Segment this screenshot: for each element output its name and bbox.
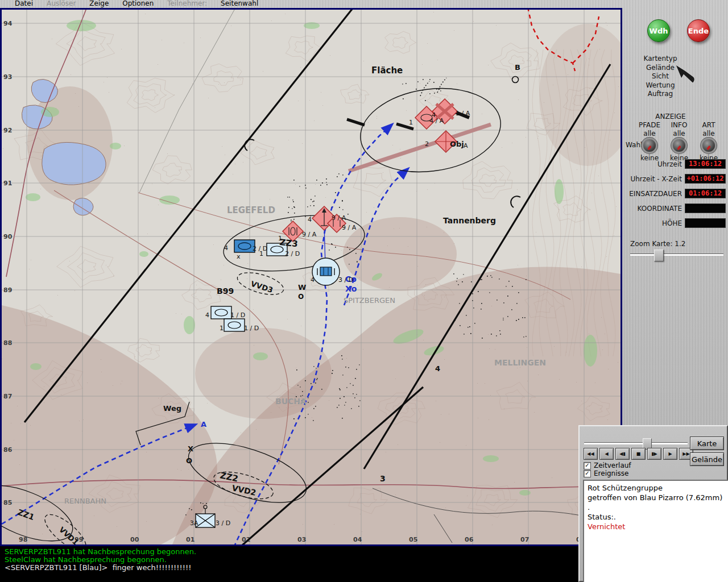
koordinate-label: KOORDINATE [638, 205, 682, 213]
menu-optionen[interactable]: Optionen [122, 0, 154, 8]
map-label-x-point: X [188, 444, 193, 453]
topographic-map[interactable]: 9899000102030405060708949392919089888786… [2, 10, 621, 544]
map-label-d5-left: 4 [308, 216, 312, 223]
zoom-karte-label: Zoom Karte: [630, 240, 672, 248]
map-label-d3-right: A [464, 142, 468, 149]
event-line: Status:. [588, 512, 726, 522]
rewind-button[interactable]: ◀◀ [584, 448, 598, 460]
event-text-box[interactable]: Rot Schützengruppe getroffen von Blau Pi… [583, 480, 728, 582]
grid-row-label: 89 [3, 286, 12, 294]
map-label-flaeche: Fläche [371, 65, 403, 76]
anzeige-col-art-name: ART [694, 121, 723, 129]
einsatzdauer-display: 01:06:12 [685, 189, 726, 198]
grid-col-label: 01 [186, 536, 195, 543]
art-knob[interactable] [702, 139, 715, 152]
play-button[interactable]: ▶ [663, 448, 677, 460]
grid-row-label: 92 [3, 127, 12, 134]
blue-unit-armor-4[interactable] [224, 319, 245, 331]
map-label-d2-right: 1 / A [456, 110, 470, 117]
map-label-d4-left: 1 [278, 235, 282, 242]
zoom-slider-thumb[interactable] [654, 250, 664, 261]
blue-unit-armor-3[interactable] [211, 306, 231, 319]
anzeige-art-alle: alle [694, 130, 723, 138]
map-label-r5-left: 3A [190, 519, 198, 527]
anzeige-title: ANZEIGE [622, 113, 719, 120]
einsatzdauer-label: EINSATZDAUER [629, 190, 682, 198]
map-label-num4: 4 [435, 364, 440, 373]
karte-button[interactable]: Karte [690, 436, 724, 450]
map-label-r2-right: 2 / D [285, 250, 300, 257]
menu-seitenwahl[interactable]: Seitenwahl [221, 0, 258, 8]
play-reverse-button[interactable]: ◀ [599, 448, 614, 460]
grid-row-label: 86 [3, 446, 13, 454]
grid-col-label: 07 [520, 536, 529, 543]
map-label-r1-below: x [237, 253, 241, 260]
timeline-slider-track[interactable] [584, 442, 688, 444]
map-label-hq-left: 4 [311, 276, 315, 284]
blue-unit-hq-circled[interactable] [312, 258, 340, 285]
map-label-hq-right: 3 / D [338, 276, 353, 284]
ereignisse-checkbox[interactable]: ✓ [584, 470, 591, 477]
gelaende-button[interactable]: Gelände [690, 452, 724, 466]
grid-row-label: 87 [3, 393, 12, 400]
kartentyp-title: Kartentyp [629, 55, 692, 64]
blue-unit-armor-selected[interactable] [234, 240, 255, 252]
map-label-xo: Xo [345, 284, 357, 293]
kartentyp-option-auftrag[interactable]: Auftrag [629, 90, 692, 99]
menu-teilnehmer: Teilnehmer: [167, 0, 207, 8]
map-label-b-point: B [515, 63, 520, 72]
pfade-knob[interactable] [643, 139, 656, 152]
chat-line: SteelClaw hat Nachbesprechung begonnen. [0, 556, 578, 564]
map-label-r2-left: 1 [259, 250, 263, 257]
step-back-button[interactable]: ◀▮ [615, 448, 630, 460]
info-knob[interactable] [673, 139, 685, 152]
map-label-legefeld: LEGEFELD [227, 205, 275, 215]
anzeige-col-info-name: INFO [664, 121, 694, 129]
map-label-d6-right: 9 / A [342, 224, 357, 231]
stop-button[interactable]: ■ [631, 448, 646, 460]
grid-col-label: 06 [465, 536, 474, 543]
map-label-r4-right: 1 / D [244, 325, 259, 332]
wdh-button[interactable]: Wdh [647, 19, 670, 42]
map-label-d1-left: 1 [409, 119, 413, 126]
hoehe-display [685, 218, 726, 228]
anzeige-group: ANZEIGE PFADE INFO ART alle alle alle Wa… [622, 113, 728, 162]
x-zeit-label: Uhrzeit - X-Zeit [630, 175, 682, 183]
grid-row-label: 88 [3, 339, 12, 347]
option-checkboxes: ✓ Zeitverlauf ✓ Ereignisse [584, 462, 631, 477]
grid-row-label: 85 [3, 499, 12, 506]
anzeige-pfade-alle: alle [635, 130, 664, 138]
zoom-slider-track[interactable] [630, 253, 723, 256]
map-label-d3-left: 2 [425, 140, 429, 148]
map-label-spitzbergen: SPITZBERGEN [344, 296, 395, 305]
grid-row-label: 93 [3, 73, 12, 81]
map-label-d12-below: 4 / A [429, 117, 444, 124]
event-status: Vernichtet [588, 522, 726, 531]
step-forward-button[interactable]: ▮▶ [647, 448, 661, 460]
anzeige-info-alle: alle [664, 130, 694, 138]
application-window: Datei Auslöser Zeige Optionen Teilnehmer… [0, 0, 728, 582]
menu-zeige[interactable]: Zeige [89, 0, 109, 8]
ende-button[interactable]: Ende [687, 19, 710, 42]
map-label-r3-right: 1 / D [230, 311, 245, 319]
map-label-bucha: BUCHA [275, 397, 307, 406]
grid-col-label: 00 [130, 536, 139, 543]
map-label-w-point: W [298, 283, 306, 292]
map-label-d5-right: 9 / A [332, 214, 346, 222]
grid-col-label: 04 [353, 536, 362, 543]
event-line: Rot Schützengruppe [588, 483, 726, 493]
zeitverlauf-checkbox[interactable]: ✓ [584, 462, 591, 469]
map-label-r1-left: 4 [224, 244, 228, 252]
grid-row-label: 94 [3, 20, 13, 27]
zeitverlauf-label: Zeitverlauf [594, 462, 631, 469]
mouse-cursor-icon [675, 64, 697, 89]
grid-col-label: 05 [409, 536, 417, 543]
zoom-karte-value: 1.2 [675, 240, 685, 248]
x-zeit-display: +01:06:12 [685, 174, 726, 184]
menu-datei[interactable]: Datei [15, 0, 33, 8]
menu-ausloeser: Auslöser [47, 0, 76, 8]
clock-displays: Uhrzeit 13:06:12 Uhrzeit - X-Zeit +01:06… [622, 159, 727, 233]
koordinate-display [685, 203, 726, 213]
map-frame: 9899000102030405060708949392919089888786… [0, 8, 622, 546]
grid-col-label: 03 [297, 536, 306, 543]
